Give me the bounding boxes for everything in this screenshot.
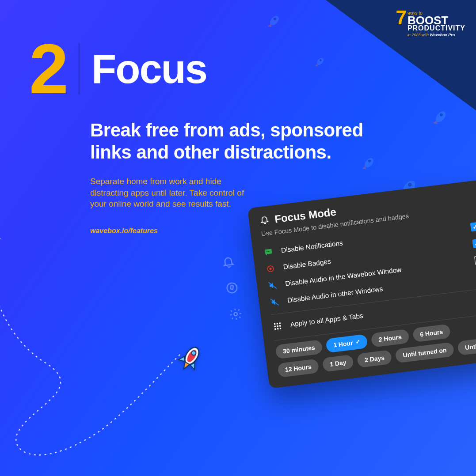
svg-rect-26: [274, 323, 276, 325]
page-title: Focus: [91, 46, 207, 92]
svg-rect-28: [279, 322, 281, 324]
bell-icon: [259, 214, 270, 227]
duration-chip[interactable]: 6 Hours: [412, 324, 450, 342]
duration-chip[interactable]: 30 minutes: [275, 340, 323, 359]
rocket-icon: [360, 156, 377, 172]
svg-point-23: [270, 268, 271, 270]
boost-productivity-badge: 7 ways to BOOST PRODUCTIVITY in 2023 wit…: [396, 10, 465, 37]
target-icon: [265, 263, 276, 274]
header: 2 Focus: [29, 39, 207, 99]
svg-rect-27: [276, 323, 278, 325]
svg-point-7: [368, 160, 371, 162]
svg-rect-34: [280, 328, 282, 329]
checkbox[interactable]: [472, 238, 476, 248]
svg-rect-29: [274, 325, 276, 327]
duration-chip[interactable]: Until...: [457, 337, 476, 355]
svg-point-1: [274, 18, 276, 20]
badge-tagline: in 2023 with Wavebox Pro: [407, 33, 465, 37]
checkbox[interactable]: [470, 222, 476, 231]
svg-point-3: [320, 59, 322, 61]
rocket-main-icon: [175, 343, 206, 374]
duration-chip[interactable]: Until turned on: [395, 342, 454, 363]
audio-mute-icon: [269, 297, 280, 308]
grid-icon: [272, 321, 283, 332]
badge-productivity: PRODUCTIVITY: [407, 25, 465, 32]
bell-icon: [214, 248, 242, 276]
rocket-icon: [430, 109, 449, 127]
duration-chip[interactable]: 2 Hours: [371, 329, 409, 348]
rocket-icon: [266, 14, 282, 30]
rocket-flight-path: [0, 238, 194, 476]
badge-seven: 7: [396, 10, 405, 25]
chat-icon: [263, 247, 274, 258]
svg-point-16: [234, 312, 237, 316]
audio-mute-icon: [267, 280, 278, 291]
duration-chip[interactable]: 12 Hours: [277, 359, 319, 378]
header-divider: [78, 43, 80, 95]
duration-chip[interactable]: 1 Hour: [325, 334, 368, 353]
svg-rect-31: [279, 325, 281, 327]
duration-chip[interactable]: 2 Days: [357, 350, 392, 368]
svg-point-14: [226, 282, 237, 293]
svg-rect-33: [277, 328, 279, 329]
svg-rect-30: [277, 325, 278, 327]
svg-point-5: [440, 113, 443, 117]
duration-chip[interactable]: 1 Day: [322, 354, 354, 372]
step-number: 2: [29, 39, 66, 99]
features-link[interactable]: wavebox.io/features: [90, 227, 158, 235]
rocket-icon: [313, 56, 326, 68]
page-description: Separate home from work and hide distrac…: [90, 176, 254, 210]
svg-rect-32: [274, 328, 276, 330]
svg-point-9: [408, 183, 411, 186]
gear-icon: [222, 300, 250, 328]
checkbox[interactable]: [474, 255, 476, 265]
focus-mode-panel: Focus Mode Use Focus Mode to disable not…: [248, 179, 476, 389]
compass-icon: [218, 274, 246, 302]
